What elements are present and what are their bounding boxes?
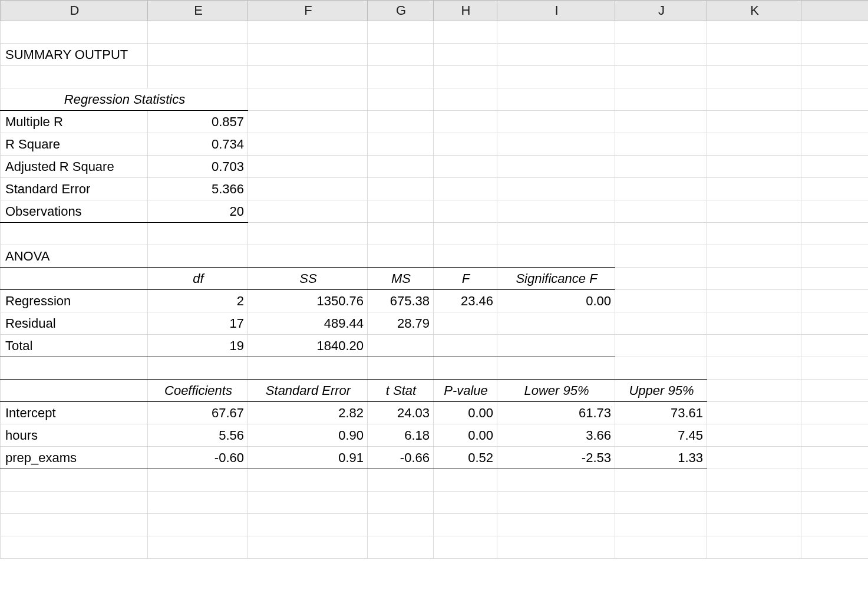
anova-row-df: 2 <box>148 290 248 312</box>
regstat-value: 0.734 <box>148 133 248 156</box>
coef-header-hi: Upper 95% <box>615 380 707 402</box>
coef-row-coef: 5.56 <box>148 424 248 447</box>
empty-row[interactable] <box>1 514 869 536</box>
anova-row-sigf <box>497 335 615 357</box>
coef-header-row[interactable]: Coefficients Standard Error t Stat P-val… <box>1 380 869 402</box>
anova-row-label: Regression <box>1 290 148 312</box>
coef-row-label: prep_exams <box>1 447 148 469</box>
coef-row[interactable]: Intercept 67.67 2.82 24.03 0.00 61.73 73… <box>1 402 869 424</box>
coef-row-se: 0.90 <box>248 424 368 447</box>
coef-row[interactable]: hours 5.56 0.90 6.18 0.00 3.66 7.45 <box>1 424 869 447</box>
anova-row-f <box>434 335 497 357</box>
coef-row-se: 2.82 <box>248 402 368 424</box>
col-header-G[interactable]: G <box>368 1 434 21</box>
anova-row-ss: 1840.20 <box>248 335 368 357</box>
anova-row-df: 19 <box>148 335 248 357</box>
anova-title-row[interactable]: ANOVA <box>1 245 869 268</box>
anova-row-label: Residual <box>1 312 148 335</box>
coef-row-lo: -2.53 <box>497 447 615 469</box>
anova-header-ms: MS <box>368 268 434 290</box>
anova-row-sigf <box>497 312 615 335</box>
coef-row-p: 0.00 <box>434 402 497 424</box>
regstat-row[interactable]: R Square 0.734 <box>1 133 869 156</box>
coef-row-t: 6.18 <box>368 424 434 447</box>
col-header-J[interactable]: J <box>615 1 707 21</box>
anova-header-row[interactable]: df SS MS F Significance F <box>1 268 869 290</box>
anova-label: ANOVA <box>1 245 148 268</box>
empty-row[interactable] <box>1 492 869 514</box>
regstat-value: 0.703 <box>148 156 248 178</box>
anova-row-f <box>434 312 497 335</box>
regstat-label: Standard Error <box>1 178 148 200</box>
col-header-F[interactable]: F <box>248 1 368 21</box>
coef-row-p: 0.52 <box>434 447 497 469</box>
coef-row-lo: 61.73 <box>497 402 615 424</box>
regstat-label: Observations <box>1 200 148 223</box>
empty-row[interactable] <box>1 469 869 492</box>
anova-header-f: F <box>434 268 497 290</box>
regression-statistics-header-row[interactable]: Regression Statistics <box>1 88 869 111</box>
anova-row-ms: 675.38 <box>368 290 434 312</box>
anova-row[interactable]: Regression 2 1350.76 675.38 23.46 0.00 <box>1 290 869 312</box>
regstat-label: Adjusted R Square <box>1 156 148 178</box>
coef-row-label: Intercept <box>1 402 148 424</box>
coef-header-se: Standard Error <box>248 380 368 402</box>
anova-header-ss: SS <box>248 268 368 290</box>
coef-header-lo: Lower 95% <box>497 380 615 402</box>
empty-row[interactable] <box>1 21 869 44</box>
col-header-H[interactable]: H <box>434 1 497 21</box>
coef-row[interactable]: prep_exams -0.60 0.91 -0.66 0.52 -2.53 1… <box>1 447 869 469</box>
anova-row-label: Total <box>1 335 148 357</box>
coef-row-t: 24.03 <box>368 402 434 424</box>
summary-output-label: SUMMARY OUTPUT <box>1 44 148 66</box>
coef-row-label: hours <box>1 424 148 447</box>
regstat-value: 20 <box>148 200 248 223</box>
coef-row-coef: -0.60 <box>148 447 248 469</box>
regstat-label: R Square <box>1 133 148 156</box>
regstat-row[interactable]: Multiple R 0.857 <box>1 111 869 133</box>
anova-row[interactable]: Total 19 1840.20 <box>1 335 869 357</box>
regression-statistics-header: Regression Statistics <box>1 88 248 111</box>
anova-row-ms <box>368 335 434 357</box>
regstat-row[interactable]: Standard Error 5.366 <box>1 178 869 200</box>
coef-row-hi: 73.61 <box>615 402 707 424</box>
anova-row-ss: 489.44 <box>248 312 368 335</box>
anova-header-sigf: Significance F <box>497 268 615 290</box>
coef-row-p: 0.00 <box>434 424 497 447</box>
col-header-E[interactable]: E <box>148 1 248 21</box>
summary-output-row[interactable]: SUMMARY OUTPUT <box>1 44 869 66</box>
empty-row[interactable] <box>1 536 869 559</box>
anova-row-sigf: 0.00 <box>497 290 615 312</box>
anova-row-ss: 1350.76 <box>248 290 368 312</box>
coef-row-t: -0.66 <box>368 447 434 469</box>
coef-row-hi: 7.45 <box>615 424 707 447</box>
anova-row-ms: 28.79 <box>368 312 434 335</box>
anova-row-f: 23.46 <box>434 290 497 312</box>
anova-row[interactable]: Residual 17 489.44 28.79 <box>1 312 869 335</box>
spreadsheet-grid[interactable]: D E F G H I J K SUMMARY OUTPUT Regressio… <box>0 0 868 559</box>
coef-row-coef: 67.67 <box>148 402 248 424</box>
regstat-row[interactable]: Adjusted R Square 0.703 <box>1 156 869 178</box>
regstat-value: 5.366 <box>148 178 248 200</box>
regstat-value: 0.857 <box>148 111 248 133</box>
coef-header-p: P-value <box>434 380 497 402</box>
col-header-extra[interactable] <box>801 1 869 21</box>
regstat-row[interactable]: Observations 20 <box>1 200 869 223</box>
empty-row[interactable] <box>1 66 869 88</box>
anova-header-df: df <box>148 268 248 290</box>
coef-header-t: t Stat <box>368 380 434 402</box>
coef-row-se: 0.91 <box>248 447 368 469</box>
coef-header-coef: Coefficients <box>148 380 248 402</box>
column-header-row[interactable]: D E F G H I J K <box>1 1 869 21</box>
anova-row-df: 17 <box>148 312 248 335</box>
col-header-K[interactable]: K <box>707 1 801 21</box>
coef-row-hi: 1.33 <box>615 447 707 469</box>
coef-row-lo: 3.66 <box>497 424 615 447</box>
col-header-I[interactable]: I <box>497 1 615 21</box>
empty-row[interactable] <box>1 357 869 380</box>
col-header-D[interactable]: D <box>1 1 148 21</box>
empty-row[interactable] <box>1 223 869 245</box>
regstat-label: Multiple R <box>1 111 148 133</box>
